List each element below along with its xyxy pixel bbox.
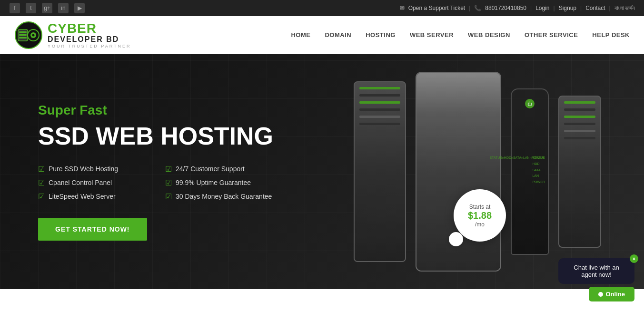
nav-webserver[interactable]: WEB SERVER [410, 31, 454, 39]
price-per: /mo [475, 221, 485, 228]
topbar-right: ✉ Open a Support Ticket | 📞 880172041085… [400, 5, 634, 11]
hero-content: Super Fast SSD WEB HOSTING ☑ Pure SSD We… [0, 103, 273, 240]
contact-link[interactable]: Contact [585, 5, 605, 11]
feature-text-6: 30 Days Money Back Guarantee [176, 193, 272, 200]
feature-text-2: 24/7 Customer Support [176, 165, 245, 173]
feature-text-4: 99.9% Uptime Guarantee [176, 179, 251, 186]
youtube-icon[interactable]: ▶ [74, 3, 85, 13]
signup-link[interactable]: Signup [559, 5, 576, 11]
logo: CYBER DEVELOPER BD YOUR TRUSTED PARTNER [14, 21, 131, 49]
price-amount: $1.88 [468, 210, 492, 221]
sep3: | [554, 5, 555, 11]
feature-5: ☑ LiteSpeed Web Server [38, 192, 146, 201]
svg-rect-2 [19, 31, 27, 33]
feature-1: ☑ Pure SSD Web Hosting [38, 165, 146, 174]
logo-text: CYBER DEVELOPER BD YOUR TRUSTED PARTNER [48, 22, 131, 49]
get-started-button[interactable]: GET STARTED NOW! [38, 218, 147, 241]
nav-webdesign[interactable]: WEB DESIGN [468, 31, 510, 39]
check-icon-1: ☑ [38, 165, 45, 174]
header: CYBER DEVELOPER BD YOUR TRUSTED PARTNER … [0, 16, 644, 54]
feature-2: ☑ 24/7 Customer Support [165, 165, 273, 174]
chat-widget: × Chat live with an agent now! Online [558, 258, 634, 289]
hero-subtitle: Super Fast [38, 103, 273, 118]
sep5: | [609, 5, 611, 11]
social-links: f t g+ in ▶ [10, 3, 85, 13]
topbar: f t g+ in ▶ ✉ Open a Support Ticket | 📞 … [0, 0, 644, 16]
feature-6: ☑ 30 Days Money Back Guarantee [165, 192, 273, 201]
hero-section: Super Fast SSD WEB HOSTING ☑ Pure SSD We… [0, 54, 644, 289]
nav-otherservice[interactable]: OTHER SERVICE [525, 31, 578, 39]
server-rack-1 [354, 81, 406, 262]
features-list: ☑ Pure SSD Web Hosting ☑ 24/7 Customer S… [38, 165, 273, 201]
price-starts: Starts at [469, 204, 491, 210]
support-ticket-link[interactable]: Open a Support Ticket [408, 5, 465, 11]
nav-home[interactable]: HOME [291, 31, 310, 39]
check-icon-4: ☑ [165, 178, 172, 187]
check-icon-6: ☑ [165, 192, 172, 201]
logo-tagline: YOUR TRUSTED PARTNER [48, 44, 131, 49]
twitter-icon[interactable]: t [26, 3, 36, 13]
server-router: ⏻ STATUS HDD SATA LAN POWER [511, 88, 549, 255]
svg-point-7 [32, 34, 35, 36]
svg-rect-4 [19, 37, 27, 39]
price-bubble-decoration [449, 232, 463, 246]
check-icon-2: ☑ [165, 165, 172, 174]
email-icon: ✉ [400, 5, 405, 11]
sep4: | [580, 5, 582, 11]
sep2: | [530, 5, 532, 11]
logo-cyber: CYBER [48, 22, 131, 35]
linkedin-icon[interactable]: in [58, 3, 69, 13]
hero-title: SSD WEB HOSTING [38, 123, 273, 150]
nav-hosting[interactable]: HOSTING [366, 31, 396, 39]
main-nav: HOME DOMAIN HOSTING WEB SERVER WEB DESIG… [291, 31, 630, 39]
feature-4: ☑ 99.9% Uptime Guarantee [165, 178, 273, 187]
feature-text-3: Cpanel Control Panel [49, 179, 112, 186]
bangla-link[interactable]: বাংলা ভার্সন [614, 5, 634, 11]
facebook-icon[interactable]: f [10, 3, 20, 13]
server-rack-2 [558, 96, 601, 248]
login-link[interactable]: Login [535, 5, 549, 11]
feature-text-5: LiteSpeed Web Server [49, 193, 116, 200]
sep1: | [469, 5, 470, 11]
logo-icon [14, 21, 43, 49]
price-bubble: Starts at $1.88 /mo [454, 189, 506, 242]
phone-link[interactable]: 8801720410850 [485, 5, 526, 11]
chat-bubble-text: Chat live with an agent now! [574, 264, 619, 278]
google-plus-icon[interactable]: g+ [42, 3, 52, 13]
nav-helpdesk[interactable]: HELP DESK [592, 31, 630, 39]
check-icon-3: ☑ [38, 178, 45, 187]
feature-3: ☑ Cpanel Control Panel [38, 178, 146, 187]
svg-rect-3 [19, 34, 27, 36]
hero-servers: ⏻ STATUS HDD SATA LAN POWER [335, 54, 620, 289]
check-icon-5: ☑ [38, 192, 45, 201]
chat-close-button[interactable]: × [630, 254, 638, 263]
chat-online-button[interactable]: Online [589, 287, 634, 289]
feature-text-1: Pure SSD Web Hosting [49, 165, 118, 173]
logo-developer: DEVELOPER BD [48, 35, 131, 44]
nav-domain[interactable]: DOMAIN [325, 31, 351, 39]
chat-bubble[interactable]: × Chat live with an agent now! [558, 258, 634, 284]
phone-icon: 📞 [474, 5, 481, 11]
